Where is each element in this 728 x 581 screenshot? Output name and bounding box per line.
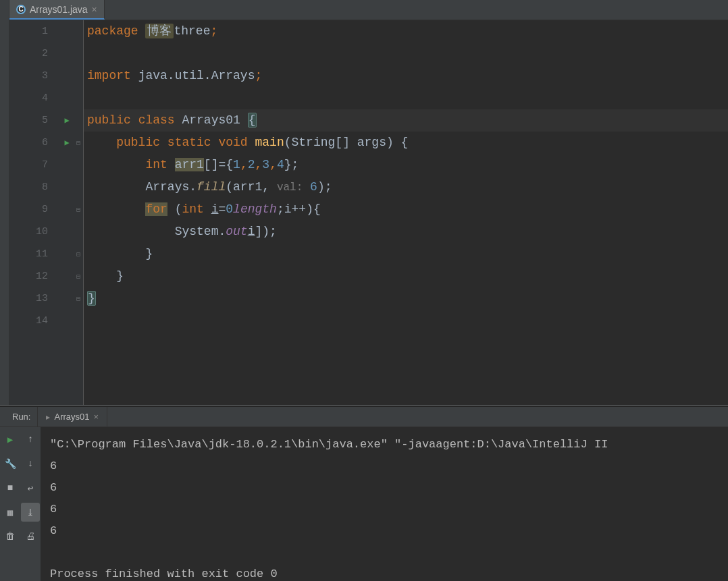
code-editor: 1 2 3 4 5 6 7 8 9 10 11 12 13 14 ▶ ▶ ⊟ ⊟… bbox=[9, 20, 728, 405]
up-arrow-icon[interactable]: ↑ bbox=[21, 430, 40, 449]
line-num[interactable]: 3 bbox=[9, 65, 60, 87]
line-num[interactable]: 5 bbox=[9, 109, 60, 132]
run-class-icon[interactable]: ▶ bbox=[60, 109, 74, 132]
console-exit: Process finished with exit code 0 bbox=[50, 568, 278, 580]
run-target-icon: ▸ bbox=[46, 412, 50, 422]
line-num[interactable]: 11 bbox=[9, 243, 60, 265]
code-text-area[interactable]: package 博客three; import java.util.Arrays… bbox=[83, 20, 728, 405]
file-tab-label: Arrays01.java bbox=[30, 4, 88, 15]
project-sidebar[interactable] bbox=[0, 0, 9, 405]
line-num[interactable]: 8 bbox=[9, 176, 60, 198]
console-line: 6 bbox=[50, 503, 57, 516]
run-header: Run: ▸ Arrays01 × bbox=[0, 407, 728, 427]
run-label: Run: bbox=[0, 412, 37, 422]
run-tab-name: Arrays01 bbox=[54, 412, 89, 422]
fold-icon[interactable]: ⊟ bbox=[74, 198, 83, 221]
line-num[interactable]: 14 bbox=[9, 310, 60, 332]
line-num[interactable]: 6 bbox=[9, 132, 60, 154]
line-num[interactable]: 7 bbox=[9, 154, 60, 176]
run-gutter: ▶ ▶ bbox=[60, 20, 74, 405]
console-line: 6 bbox=[50, 481, 57, 494]
java-class-icon: C bbox=[16, 5, 26, 14]
editor-tab-strip: C Arrays01.java × bbox=[9, 0, 728, 20]
fold-icon[interactable]: ⊟ bbox=[74, 132, 83, 154]
line-num[interactable]: 13 bbox=[9, 287, 60, 310]
fold-icon[interactable]: ⊟ bbox=[74, 265, 83, 287]
console-cmd: "C:\Program Files\Java\jdk-18.0.2.1\bin\… bbox=[50, 438, 608, 451]
run-main-icon[interactable]: ▶ bbox=[60, 132, 74, 154]
run-tool-window: Run: ▸ Arrays01 × ▶ 🔧 ■ ▦ 🗑 ↑ ↓ ↩ ⤓ bbox=[0, 407, 728, 581]
line-num[interactable]: 10 bbox=[9, 221, 60, 243]
run-toolbar: ▶ 🔧 ■ ▦ 🗑 ↑ ↓ ↩ ⤓ 🖨 bbox=[0, 427, 41, 581]
trash-icon[interactable]: 🗑 bbox=[1, 527, 20, 546]
line-num[interactable]: 1 bbox=[9, 20, 60, 43]
line-num[interactable]: 4 bbox=[9, 87, 60, 109]
stop-button[interactable]: ■ bbox=[1, 478, 20, 497]
fold-gutter: ⊟ ⊟ ⊟ ⊟ ⊟ bbox=[74, 20, 83, 405]
file-tab-arrays01[interactable]: C Arrays01.java × bbox=[9, 0, 105, 20]
close-icon[interactable]: × bbox=[92, 4, 97, 15]
layout-button[interactable]: ▦ bbox=[1, 503, 20, 522]
run-config-tab[interactable]: ▸ Arrays01 × bbox=[37, 407, 107, 426]
wrench-icon[interactable]: 🔧 bbox=[1, 454, 20, 473]
line-num[interactable]: 2 bbox=[9, 43, 60, 65]
console-line: 6 bbox=[50, 460, 57, 472]
close-icon[interactable]: × bbox=[94, 412, 99, 422]
soft-wrap-icon[interactable]: ↩ bbox=[21, 478, 40, 497]
line-num[interactable]: 9 bbox=[9, 198, 60, 221]
line-number-gutter[interactable]: 1 2 3 4 5 6 7 8 9 10 11 12 13 14 bbox=[9, 20, 60, 405]
fold-icon[interactable]: ⊟ bbox=[74, 243, 83, 265]
scroll-to-end-icon[interactable]: ⤓ bbox=[21, 503, 40, 522]
console-line: 6 bbox=[50, 524, 57, 537]
down-arrow-icon[interactable]: ↓ bbox=[21, 454, 40, 473]
rerun-button[interactable]: ▶ bbox=[1, 430, 20, 449]
print-icon[interactable]: 🖨 bbox=[21, 527, 40, 546]
console-output[interactable]: "C:\Program Files\Java\jdk-18.0.2.1\bin\… bbox=[41, 427, 728, 581]
line-num[interactable]: 12 bbox=[9, 265, 60, 287]
fold-icon[interactable]: ⊟ bbox=[74, 287, 83, 310]
